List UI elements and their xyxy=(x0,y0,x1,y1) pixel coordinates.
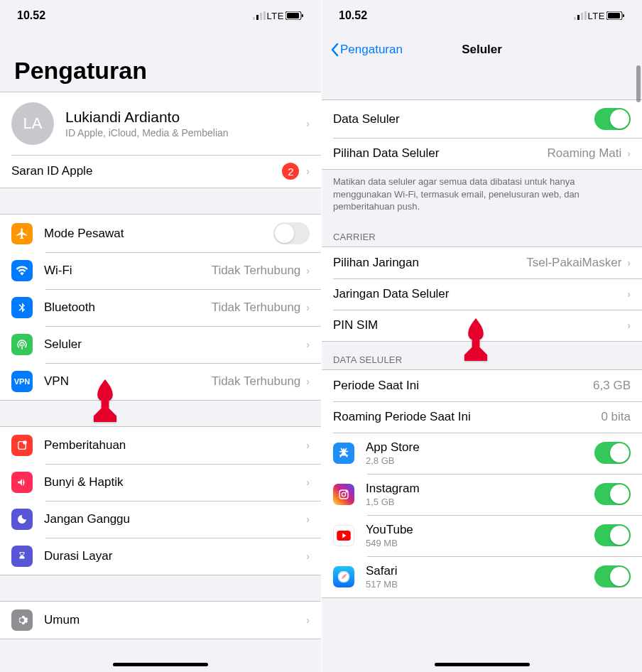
settings-root-screen: 10.52 LTE Pengaturan LA Lukiandi Ardiant… xyxy=(0,0,321,672)
sounds-icon xyxy=(11,472,33,493)
app-usage-row[interactable]: Safari517 MB xyxy=(322,556,642,597)
apple-id-row[interactable]: LA Lukiandi Ardianto ID Apple, iCloud, M… xyxy=(0,92,321,155)
row-label: Periode Saat Ini xyxy=(333,379,593,393)
chevron-right-icon: › xyxy=(306,118,310,129)
app-size: 517 MB xyxy=(366,579,594,590)
data-usage-header: DATA SELULER xyxy=(322,342,642,369)
home-indicator[interactable] xyxy=(113,663,208,666)
status-time: 10.52 xyxy=(17,9,45,22)
row-detail: Tidak Terhubung xyxy=(212,374,301,389)
svg-rect-14 xyxy=(608,13,620,18)
row-label: Durasi Layar xyxy=(44,549,306,563)
gear-icon xyxy=(11,609,33,631)
cellular-data-network-row[interactable]: Jaringan Data Seluler › xyxy=(322,278,642,310)
status-time: 10.52 xyxy=(339,9,367,22)
moon-icon xyxy=(11,509,33,530)
general-row[interactable]: Umum › xyxy=(0,602,321,639)
network-selection-row[interactable]: Pilihan Jaringan Tsel-PakaiMasker › xyxy=(322,247,642,278)
avatar: LA xyxy=(11,102,54,145)
sounds-row[interactable]: Bunyi & Haptik › xyxy=(0,464,321,501)
row-label: Bunyi & Haptik xyxy=(44,475,306,489)
dnd-row[interactable]: Jangan Ganggu › xyxy=(0,501,321,538)
status-bar: 10.52 LTE xyxy=(322,0,642,31)
cellular-row[interactable]: Seluler › xyxy=(0,326,321,363)
cellular-data-row[interactable]: Data Seluler xyxy=(322,100,642,138)
data-usage-group: Periode Saat Ini 6,3 GB Roaming Periode … xyxy=(322,369,642,598)
status-network: LTE xyxy=(267,11,284,21)
sim-pin-row[interactable]: PIN SIM › xyxy=(322,310,642,341)
notifications-row[interactable]: Pemberitahuan › xyxy=(0,427,321,464)
chevron-right-icon: › xyxy=(306,514,310,525)
battery-icon xyxy=(606,11,625,20)
chevron-left-icon xyxy=(330,43,339,57)
status-bar: 10.52 LTE xyxy=(0,0,321,31)
wifi-row[interactable]: Wi-Fi Tidak Terhubung › xyxy=(0,252,321,289)
airplane-icon xyxy=(11,223,33,244)
badge-count: 2 xyxy=(282,163,299,180)
svg-rect-9 xyxy=(574,17,576,20)
airplane-mode-row[interactable]: Mode Pesawat xyxy=(0,215,321,252)
chevron-right-icon: › xyxy=(627,320,631,331)
cellular-data-toggle[interactable] xyxy=(594,108,631,130)
back-button[interactable]: Pengaturan xyxy=(330,43,403,57)
app-usage-row[interactable]: App Store2,8 GB xyxy=(322,433,642,474)
svg-point-18 xyxy=(346,491,347,492)
vpn-row[interactable]: VPN VPN Tidak Terhubung › xyxy=(0,363,321,400)
svg-point-8 xyxy=(23,440,26,444)
row-label: Roaming Periode Saat Ini xyxy=(333,410,601,424)
svg-rect-3 xyxy=(263,11,266,20)
scrollbar-thumb[interactable] xyxy=(636,65,641,102)
row-detail: Tsel-PakaiMasker xyxy=(526,256,621,270)
profile-name: Lukiandi Ardianto xyxy=(65,109,306,126)
chevron-right-icon: › xyxy=(627,288,631,300)
nav-bar: Pengaturan Seluler xyxy=(322,31,642,68)
profile-group: LA Lukiandi Ardianto ID Apple, iCloud, M… xyxy=(0,92,321,188)
current-period-row[interactable]: Periode Saat Ini 6,3 GB xyxy=(322,370,642,401)
cellular-signal-icon xyxy=(253,11,266,20)
app-name: YouTube xyxy=(366,523,594,537)
chevron-right-icon: › xyxy=(306,551,310,562)
bluetooth-icon xyxy=(11,297,33,318)
bluetooth-row[interactable]: Bluetooth Tidak Terhubung › xyxy=(0,289,321,326)
hourglass-icon xyxy=(11,546,33,567)
profile-sub: ID Apple, iCloud, Media & Pembelian xyxy=(65,127,306,139)
row-label: PIN SIM xyxy=(333,318,627,332)
row-label: Mode Pesawat xyxy=(44,227,273,241)
apple-id-suggestions-row[interactable]: Saran ID Apple 2 › xyxy=(0,155,321,188)
screentime-row[interactable]: Durasi Layar › xyxy=(0,538,321,575)
app-size: 2,8 GB xyxy=(366,455,594,466)
app-data-toggle[interactable] xyxy=(594,483,631,505)
cellular-settings-screen: 10.52 LTE Pengaturan Seluler Data Selule… xyxy=(321,0,642,672)
app-size: 549 MB xyxy=(366,538,594,548)
row-label: Pemberitahuan xyxy=(44,438,306,452)
status-right: LTE xyxy=(574,11,625,21)
svg-rect-15 xyxy=(623,14,624,17)
row-detail: 6,3 GB xyxy=(593,379,631,393)
app-usage-row[interactable]: YouTube549 MB xyxy=(322,515,642,556)
connectivity-group: Mode Pesawat Wi-Fi Tidak Terhubung › Blu… xyxy=(0,214,321,401)
row-label: Pilihan Jaringan xyxy=(333,256,526,270)
app-data-toggle[interactable] xyxy=(594,524,631,546)
chevron-right-icon: › xyxy=(306,440,310,451)
row-label: Jaringan Data Seluler xyxy=(333,287,627,301)
chevron-right-icon: › xyxy=(627,257,631,269)
chevron-right-icon: › xyxy=(306,614,310,626)
app-usage-row[interactable]: Instagram1,5 GB xyxy=(322,474,642,515)
vpn-icon: VPN xyxy=(11,371,33,392)
chevron-right-icon: › xyxy=(306,302,310,313)
app-size: 1,5 GB xyxy=(366,497,594,507)
app-data-toggle[interactable] xyxy=(594,565,631,587)
chevron-right-icon: › xyxy=(306,166,310,177)
app-data-toggle[interactable] xyxy=(594,442,631,464)
svg-rect-6 xyxy=(302,14,303,17)
row-label: Saran ID Apple xyxy=(11,164,282,178)
appstore-icon xyxy=(333,443,354,464)
roaming-period-row[interactable]: Roaming Periode Saat Ini 0 bita xyxy=(322,401,642,433)
status-right: LTE xyxy=(253,11,304,21)
general-group: Umum › xyxy=(0,601,321,639)
data-options-row[interactable]: Pilihan Data Seluler Roaming Mati › xyxy=(322,138,642,169)
airplane-toggle[interactable] xyxy=(273,222,310,244)
carrier-header: CARRIER xyxy=(322,219,642,246)
home-indicator[interactable] xyxy=(435,663,530,666)
chevron-right-icon: › xyxy=(306,477,310,488)
